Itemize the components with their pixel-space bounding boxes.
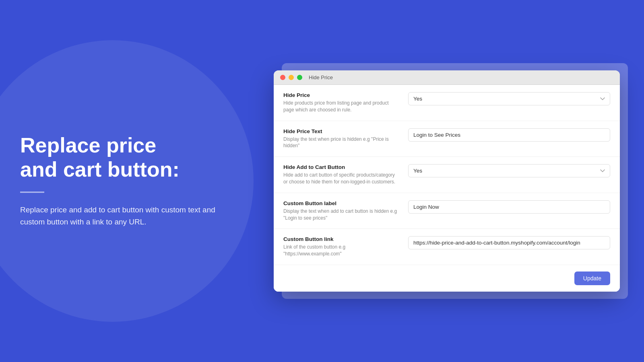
traffic-light-red[interactable] [280, 75, 285, 80]
form-row-hide-price-text: Hide Price Text Display the text when pr… [274, 121, 620, 157]
button-row: Update [274, 265, 620, 292]
window-title: Hide Price [309, 74, 333, 80]
form-row-hide-cart: Hide Add to Cart Button Hide add to cart… [274, 157, 620, 193]
desc-hide-price-text: Display the text when price is hidden e.… [283, 136, 400, 150]
form-row-hide-price: Hide Price Hide products price from list… [274, 85, 620, 121]
control-custom-link [408, 236, 610, 249]
update-button[interactable]: Update [574, 272, 610, 285]
label-group-hide-price-text: Hide Price Text Display the text when pr… [283, 128, 400, 150]
app-window: Hide Price Hide Price Hide products pric… [274, 70, 620, 292]
control-hide-cart: Yes No [408, 164, 610, 177]
input-custom-label[interactable] [408, 200, 610, 214]
left-panel: Replace price and cart button: Replace p… [20, 134, 217, 228]
input-custom-link[interactable] [408, 236, 610, 249]
control-hide-price-text [408, 128, 610, 142]
label-group-custom-label: Custom Button label Display the text whe… [283, 200, 400, 222]
desc-hide-cart: Hide add to cart button of specific prod… [283, 172, 400, 185]
label-custom-link: Custom Button link [283, 236, 400, 242]
label-group-custom-link: Custom Button link Link of the custom bu… [283, 236, 400, 257]
main-heading: Replace price and cart button: [20, 134, 217, 182]
select-hide-price[interactable]: Yes No [408, 92, 610, 105]
window-titlebar: Hide Price [274, 70, 620, 85]
right-panel: Hide Price Hide Price Hide products pric… [274, 70, 620, 292]
select-hide-cart[interactable]: Yes No [408, 164, 610, 177]
control-custom-label [408, 200, 610, 214]
heading-divider [20, 191, 44, 193]
main-description: Replace price and add to cart button wit… [20, 204, 217, 228]
label-hide-price-text: Hide Price Text [283, 128, 400, 134]
window-body: Hide Price Hide products price from list… [274, 85, 620, 292]
form-row-custom-link: Custom Button link Link of the custom bu… [274, 229, 620, 265]
label-group-hide-cart: Hide Add to Cart Button Hide add to cart… [283, 164, 400, 185]
traffic-light-yellow[interactable] [289, 75, 294, 80]
label-custom-label: Custom Button label [283, 200, 400, 206]
desc-custom-label: Display the text when add to cart button… [283, 208, 400, 222]
label-group-hide-price: Hide Price Hide products price from list… [283, 92, 400, 113]
desc-hide-price: Hide products price from listing page an… [283, 100, 400, 113]
desc-custom-link: Link of the custom button e.g "https://w… [283, 244, 400, 257]
form-row-custom-label: Custom Button label Display the text whe… [274, 193, 620, 229]
label-hide-cart: Hide Add to Cart Button [283, 164, 400, 170]
label-hide-price: Hide Price [283, 92, 400, 98]
traffic-light-green[interactable] [297, 75, 302, 80]
input-hide-price-text[interactable] [408, 128, 610, 142]
control-hide-price: Yes No [408, 92, 610, 105]
